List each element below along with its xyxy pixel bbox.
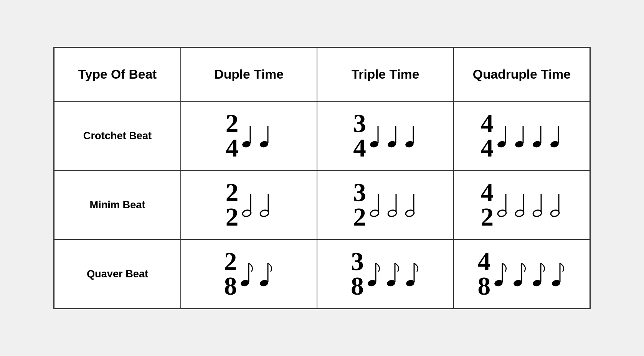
quaver-note-3 — [368, 260, 381, 288]
time-sig-2-4: 2 4 — [226, 111, 239, 160]
row-quaver-triple: 3 8 — [317, 239, 453, 308]
time-sig-4-2: 4 2 — [481, 180, 494, 229]
minim-note-8 — [533, 191, 545, 219]
crotchet-quad-notes — [497, 122, 563, 150]
row-crotchet-triple: 3 4 — [317, 101, 453, 170]
row-minim-duple: 2 2 — [181, 170, 317, 239]
header-col2-text: Duple Time — [214, 67, 283, 82]
header-col1-text: Type Of Beat — [78, 67, 157, 82]
row-minim-quadruple: 4 2 — [454, 170, 590, 239]
minim-label-text: Minim Beat — [89, 199, 145, 211]
quaver-label-text: Quaver Beat — [87, 268, 148, 280]
header-col1: Type Of Beat — [54, 48, 181, 101]
quaver-note-2 — [260, 260, 274, 288]
crotchet-note-4 — [388, 122, 400, 150]
row-quaver-label: Quaver Beat — [54, 239, 181, 308]
music-table: Type Of Beat Duple Time Triple Time Quad… — [53, 47, 591, 309]
row-quaver-duple: 2 8 — [181, 239, 317, 308]
minim-note-7 — [515, 191, 527, 219]
crotchet-note-8 — [533, 122, 545, 150]
quaver-note-6 — [494, 260, 508, 288]
time-sig-4-4: 4 4 — [481, 111, 494, 160]
crotchet-triple-content: 3 4 — [353, 111, 418, 160]
crotchet-note-7 — [515, 122, 527, 150]
minim-quad-notes — [497, 191, 563, 219]
row-minim-label: Minim Beat — [54, 170, 181, 239]
header-col2: Duple Time — [181, 48, 317, 101]
minim-note-6 — [497, 191, 510, 219]
time-sig-3-4: 3 4 — [353, 111, 366, 160]
minim-note-2 — [260, 191, 272, 219]
row-quaver-quadruple: 4 8 — [454, 239, 590, 308]
time-sig-2-2: 2 2 — [226, 180, 239, 229]
row-crotchet-quadruple: 4 4 — [454, 101, 590, 170]
minim-note-3 — [370, 191, 382, 219]
quaver-triple-notes — [368, 260, 420, 288]
time-sig-3-8: 3 8 — [351, 249, 364, 298]
crotchet-note-6 — [497, 122, 510, 150]
crotchet-note-3 — [370, 122, 382, 150]
crotchet-duple-notes — [242, 122, 272, 150]
quaver-note-9 — [552, 260, 566, 288]
crotchet-note-9 — [550, 122, 563, 150]
row-minim-triple: 3 2 — [317, 170, 453, 239]
crotchet-quad-content: 4 4 — [481, 111, 563, 160]
quaver-duple-content: 2 8 — [224, 249, 274, 298]
table-grid: Type Of Beat Duple Time Triple Time Quad… — [54, 48, 590, 308]
header-col4-text: Quadruple Time — [473, 67, 571, 82]
quaver-note-5 — [406, 260, 420, 288]
minim-note-4 — [388, 191, 400, 219]
quaver-note-8 — [533, 260, 547, 288]
header-col3-text: Triple Time — [352, 67, 419, 82]
minim-duple-notes — [242, 191, 272, 219]
header-col3: Triple Time — [317, 48, 453, 101]
quaver-quad-content: 4 8 — [478, 249, 566, 298]
row-crotchet-label: Crotchet Beat — [54, 101, 181, 170]
quaver-note-7 — [514, 260, 527, 288]
crotchet-label-text: Crotchet Beat — [83, 130, 152, 142]
crotchet-duple-content: 2 4 — [226, 111, 272, 160]
crotchet-note-1 — [242, 122, 254, 150]
minim-quad-content: 4 2 — [481, 180, 563, 229]
minim-triple-content: 3 2 — [353, 180, 418, 229]
minim-note-9 — [550, 191, 563, 219]
minim-duple-content: 2 2 — [226, 180, 272, 229]
time-sig-4-8: 4 8 — [478, 249, 491, 298]
time-sig-3-2: 3 2 — [353, 180, 366, 229]
row-crotchet-duple: 2 4 — [181, 101, 317, 170]
minim-note-5 — [405, 191, 418, 219]
minim-triple-notes — [370, 191, 418, 219]
quaver-note-1 — [241, 260, 254, 288]
crotchet-note-2 — [260, 122, 272, 150]
quaver-note-4 — [387, 260, 401, 288]
header-col4: Quadruple Time — [454, 48, 590, 101]
quaver-duple-notes — [241, 260, 274, 288]
crotchet-note-5 — [405, 122, 418, 150]
quaver-triple-content: 3 8 — [351, 249, 420, 298]
minim-note-1 — [242, 191, 254, 219]
crotchet-triple-notes — [370, 122, 418, 150]
time-sig-2-8: 2 8 — [224, 249, 237, 298]
quaver-quad-notes — [494, 260, 566, 288]
